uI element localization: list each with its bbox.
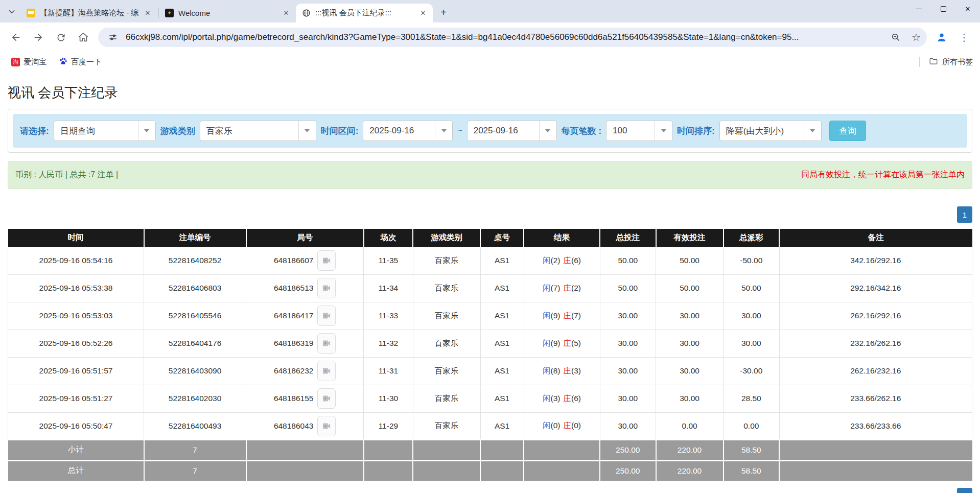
video-replay-button[interactable] bbox=[317, 416, 336, 436]
new-tab-button[interactable]: + bbox=[436, 5, 451, 20]
cell-time: 2025-09-16 05:52:26 bbox=[8, 330, 144, 357]
cell-valid-bet: 50.00 bbox=[656, 247, 724, 274]
header-bet-no: 注单编号 bbox=[144, 229, 246, 247]
close-icon[interactable]: ✕ bbox=[418, 9, 428, 18]
cell-game-type: 百家乐 bbox=[413, 274, 480, 302]
cell-table-no: AS1 bbox=[480, 247, 524, 274]
chevron-down-icon[interactable] bbox=[539, 121, 556, 140]
forum-yellow-icon bbox=[27, 9, 35, 17]
close-window-button[interactable]: ✕ bbox=[955, 0, 980, 17]
video-replay-button[interactable] bbox=[317, 306, 336, 326]
cell-table-no: AS1 bbox=[480, 274, 524, 302]
header-round-no: 局号 bbox=[246, 229, 364, 247]
cell-game-type: 百家乐 bbox=[413, 412, 480, 440]
tab-divider bbox=[158, 8, 158, 18]
search-button[interactable]: 查询 bbox=[829, 121, 866, 141]
page-content: 视讯 会员下注纪录 请选择: 日期查询 游戏类别 百家乐 时间区间: 2025-… bbox=[0, 84, 980, 493]
globe-icon bbox=[302, 9, 311, 17]
video-replay-button[interactable] bbox=[317, 250, 336, 271]
profile-avatar-icon[interactable] bbox=[932, 28, 951, 47]
tab-forum[interactable]: 【新提醒】海燕策略论坛 - 综合 ✕ bbox=[20, 4, 157, 22]
header-game-type: 游戏类别 bbox=[413, 229, 480, 247]
bookmark-baidu[interactable]: 百度一下 bbox=[55, 55, 106, 68]
maximize-button[interactable] bbox=[931, 0, 955, 17]
total-count: 7 bbox=[144, 460, 246, 481]
close-icon[interactable]: ✕ bbox=[282, 9, 291, 18]
all-bookmarks-button[interactable]: 所有书签 bbox=[929, 57, 973, 67]
video-replay-button[interactable] bbox=[317, 388, 336, 409]
per-page-select[interactable]: 100 bbox=[606, 121, 672, 141]
video-replay-button[interactable] bbox=[317, 278, 336, 298]
chevron-down-icon[interactable] bbox=[804, 121, 821, 140]
cell-session: 11-32 bbox=[364, 330, 413, 357]
menu-dots-icon[interactable]: ⋮ bbox=[954, 28, 974, 47]
cell-remark: 233.66/233.66 bbox=[779, 412, 972, 440]
forward-icon[interactable] bbox=[29, 28, 48, 47]
tab-title: 【新提醒】海燕策略论坛 - 综合 bbox=[40, 8, 138, 18]
subtotal-total-bet: 250.00 bbox=[600, 440, 656, 460]
round-no-value: 648186155 bbox=[274, 394, 314, 403]
site-settings-icon[interactable] bbox=[105, 30, 121, 45]
bookmark-star-icon[interactable]: ☆ bbox=[908, 30, 924, 45]
cell-time: 2025-09-16 05:51:57 bbox=[8, 357, 144, 385]
cell-remark: 232.16/262.16 bbox=[779, 330, 972, 357]
date-to-input[interactable]: 2025-09-16 bbox=[467, 121, 557, 141]
cell-result: 闲(8)庄(3) bbox=[524, 357, 600, 385]
bookmark-aitaobao[interactable]: 淘 爱淘宝 bbox=[7, 56, 51, 68]
total-total-bet: 250.00 bbox=[600, 460, 656, 481]
tab-bet-record[interactable]: :::视讯 会员下注纪录::: ✕ bbox=[296, 4, 433, 22]
cell-total-bet[interactable]: 30.00 bbox=[600, 302, 656, 330]
game-type-label: 游戏类别 bbox=[160, 125, 195, 137]
header-table-no: 桌号 bbox=[480, 229, 524, 247]
tab-title: Welcome bbox=[178, 9, 277, 17]
cell-result: 闲(2)庄(6) bbox=[524, 247, 600, 274]
date-from-input[interactable]: 2025-09-16 bbox=[363, 121, 453, 141]
cell-valid-bet: 50.00 bbox=[656, 274, 724, 302]
tab-search-chevron-icon[interactable] bbox=[3, 3, 20, 20]
cell-session: 11-35 bbox=[364, 247, 413, 274]
cell-game-type: 百家乐 bbox=[413, 357, 480, 385]
cell-total-bet[interactable]: 30.00 bbox=[600, 385, 656, 412]
game-type-select[interactable]: 百家乐 bbox=[200, 121, 316, 141]
cell-result: 闲(9)庄(7) bbox=[524, 302, 600, 330]
cell-time: 2025-09-16 05:50:47 bbox=[8, 412, 144, 440]
chevron-down-icon[interactable] bbox=[435, 121, 452, 140]
chevron-down-icon[interactable] bbox=[138, 121, 155, 140]
header-session: 场次 bbox=[364, 229, 413, 247]
subtotal-valid-bet: 220.00 bbox=[656, 440, 724, 460]
cell-payout: 30.00 bbox=[724, 330, 779, 357]
same-round-note-text: 同局有效投注，统一计算在该局第一张注单内 bbox=[801, 170, 965, 180]
tab-welcome[interactable]: ✦ Welcome ✕ bbox=[159, 4, 296, 22]
cell-valid-bet: 0.00 bbox=[656, 412, 724, 440]
cell-total-bet[interactable]: 50.00 bbox=[600, 274, 656, 302]
video-replay-button[interactable] bbox=[317, 333, 336, 354]
zoom-icon[interactable] bbox=[888, 30, 903, 45]
address-bar[interactable]: 66cxkj98.com/ipl/portal.php/game/betreco… bbox=[98, 28, 927, 47]
cell-bet-no: 522816403090 bbox=[144, 357, 246, 385]
all-bookmarks-label: 所有书签 bbox=[942, 57, 973, 67]
page-1-button[interactable]: 1 bbox=[957, 206, 972, 223]
cell-bet-no: 522816405546 bbox=[144, 302, 246, 330]
query-type-value: 日期查询 bbox=[54, 121, 138, 140]
subtotal-count: 7 bbox=[144, 440, 246, 460]
cell-total-bet[interactable]: 30.00 bbox=[600, 357, 656, 385]
url-text[interactable]: 66cxkj98.com/ipl/portal.php/game/betreco… bbox=[126, 32, 883, 42]
page-1-button[interactable]: 1 bbox=[957, 488, 972, 493]
back-icon[interactable] bbox=[6, 28, 26, 47]
header-total-bet: 总投注 bbox=[600, 229, 656, 247]
cell-total-bet[interactable]: 30.00 bbox=[600, 412, 656, 440]
time-sort-select[interactable]: 降冪(由大到小) bbox=[719, 121, 822, 141]
home-icon[interactable] bbox=[74, 28, 93, 47]
reload-icon[interactable] bbox=[51, 28, 71, 47]
date-range-label: 时间区间: bbox=[321, 125, 359, 137]
date-from-value: 2025-09-16 bbox=[363, 121, 435, 140]
cell-total-bet[interactable]: 50.00 bbox=[600, 247, 656, 274]
video-replay-button[interactable] bbox=[317, 361, 336, 381]
cell-total-bet[interactable]: 30.00 bbox=[600, 330, 656, 357]
minimize-button[interactable] bbox=[906, 0, 931, 17]
query-type-select[interactable]: 日期查询 bbox=[54, 121, 156, 141]
chevron-down-icon[interactable] bbox=[298, 121, 316, 140]
chevron-down-icon[interactable] bbox=[655, 121, 672, 140]
close-icon[interactable]: ✕ bbox=[143, 9, 152, 18]
subtotal-label: 小计 bbox=[8, 440, 144, 460]
